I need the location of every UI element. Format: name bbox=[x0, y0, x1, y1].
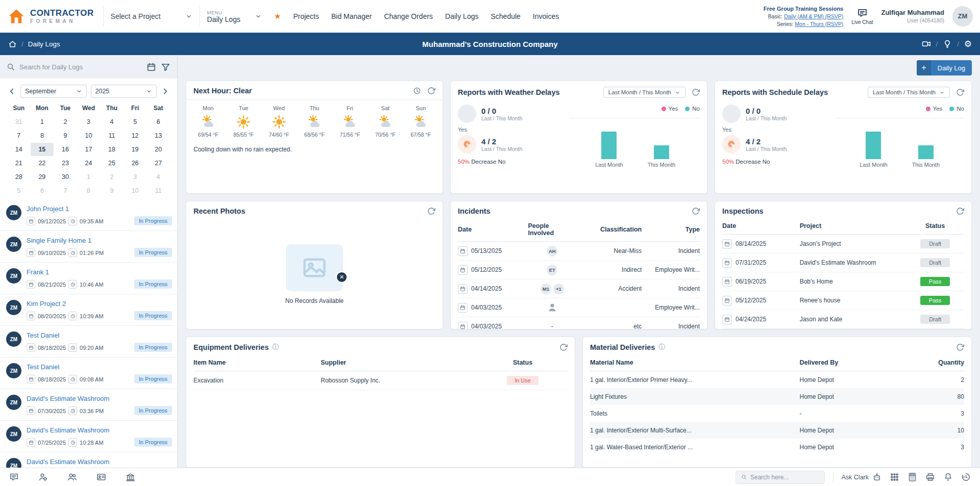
add-daily-log-button[interactable]: + Daily Log bbox=[917, 60, 972, 75]
log-project-link[interactable]: David's Estimate Washroom bbox=[27, 426, 109, 434]
calendar-prev-icon[interactable] bbox=[7, 87, 16, 96]
live-chat-button[interactable]: Live Chat bbox=[851, 8, 873, 25]
refresh-icon[interactable] bbox=[692, 88, 700, 96]
footer-search-input[interactable] bbox=[750, 474, 819, 481]
calculator-icon[interactable] bbox=[908, 472, 917, 482]
filter-icon[interactable] bbox=[161, 62, 170, 72]
calendar-day[interactable]: 6 bbox=[146, 115, 170, 129]
calendar-day[interactable]: 2 bbox=[100, 170, 124, 184]
inspection-row[interactable]: 07/31/2025 David's Estimate Washroom Dra… bbox=[722, 253, 964, 272]
incident-row[interactable]: 04/03/2025 Employee Writ... bbox=[458, 298, 700, 317]
calendar-day[interactable]: 8 bbox=[77, 184, 101, 197]
incident-row[interactable]: 05/13/2025 AH Near-Miss Incident bbox=[458, 242, 700, 261]
log-project-link[interactable]: David's Estimate Washroom bbox=[27, 458, 109, 466]
clock-icon[interactable] bbox=[413, 87, 421, 95]
incident-row[interactable]: 04/14/2025 M1+1 Accident Incident bbox=[458, 279, 700, 298]
info-icon[interactable]: ⓘ bbox=[272, 343, 279, 352]
inspection-row[interactable]: 08/14/2025 Jason's Project Draft bbox=[722, 235, 964, 253]
refresh-icon[interactable] bbox=[956, 88, 964, 96]
material-row[interactable]: Light Fixtures Home Depot 80 bbox=[590, 388, 964, 405]
calendar-day[interactable]: 27 bbox=[146, 157, 170, 170]
daily-log-search-input[interactable] bbox=[19, 63, 142, 71]
calendar-day[interactable]: 19 bbox=[124, 143, 147, 156]
log-project-link[interactable]: Frank 1 bbox=[27, 268, 104, 276]
calendar-day[interactable]: 8 bbox=[31, 129, 54, 142]
calendar-day-selected[interactable]: 15 bbox=[31, 143, 54, 156]
calendar-day[interactable]: 11 bbox=[146, 184, 170, 197]
calendar-day[interactable]: 7 bbox=[7, 129, 31, 142]
nav-item-daily-logs[interactable]: Daily Logs bbox=[445, 12, 478, 20]
calendar-day[interactable]: 2 bbox=[54, 115, 77, 129]
user-settings-icon[interactable] bbox=[38, 472, 48, 482]
calendar-day[interactable]: 6 bbox=[31, 184, 54, 197]
inspection-row[interactable]: 06/19/2025 Bob's Home Pass bbox=[722, 272, 964, 291]
calendar-day[interactable]: 3 bbox=[77, 115, 101, 129]
calendar-day[interactable]: 1 bbox=[77, 170, 101, 184]
nav-item-schedule[interactable]: Schedule bbox=[491, 12, 520, 20]
refresh-icon[interactable] bbox=[956, 207, 964, 215]
calendar-next-icon[interactable] bbox=[161, 87, 170, 96]
home-icon[interactable] bbox=[8, 40, 17, 48]
messages-icon[interactable] bbox=[9, 472, 19, 482]
info-icon[interactable]: ⓘ bbox=[658, 343, 665, 352]
calendar-day[interactable]: 23 bbox=[54, 157, 77, 170]
inspection-row[interactable]: 04/24/2025 Jason and Kate Draft bbox=[722, 310, 964, 329]
menu-selector[interactable]: MENU Daily Logs bbox=[207, 10, 262, 23]
star-icon[interactable]: ★ bbox=[274, 12, 281, 21]
training-rsvp-link-daily[interactable]: Daily (AM & PM) (RSVP) bbox=[784, 13, 843, 19]
daily-log-item[interactable]: ZM David's Estimate Washroom bbox=[0, 452, 177, 468]
calendar-day[interactable]: 26 bbox=[124, 157, 147, 170]
calendar-day[interactable]: 3 bbox=[124, 170, 147, 184]
period-filter[interactable]: Last Month / This Month bbox=[868, 87, 950, 98]
log-project-link[interactable]: Test Daniel bbox=[27, 331, 104, 339]
calendar-day[interactable]: 5 bbox=[7, 184, 31, 197]
ask-clark-button[interactable]: Ask Clark bbox=[842, 473, 881, 482]
nav-item-bid-manager[interactable]: Bid Manager bbox=[331, 12, 372, 20]
daily-log-item[interactable]: ZM Test Daniel 08/18/2025 09:08 AM In Pr… bbox=[0, 357, 177, 389]
month-select[interactable]: September bbox=[20, 85, 87, 98]
calendar-day[interactable]: 16 bbox=[54, 143, 77, 156]
daily-log-item[interactable]: ZM David's Estimate Washroom 07/30/2025 … bbox=[0, 389, 177, 421]
calendar-view-icon[interactable] bbox=[146, 62, 156, 72]
material-row[interactable]: Toilets - 3 bbox=[590, 405, 964, 422]
calendar-day[interactable]: 7 bbox=[54, 184, 77, 197]
refresh-icon[interactable] bbox=[559, 343, 568, 351]
log-project-link[interactable]: Single Family Home 1 bbox=[27, 237, 104, 244]
gear-icon[interactable]: ⚙ bbox=[964, 40, 972, 48]
refresh-icon[interactable] bbox=[692, 207, 700, 215]
material-row[interactable]: 1 gal. Interior/Exterior Primer Heavy...… bbox=[590, 371, 964, 388]
calendar-day[interactable]: 21 bbox=[7, 157, 31, 170]
material-row[interactable]: 1 gal. Interior/Exterior Multi-Surface..… bbox=[590, 422, 964, 439]
refresh-icon[interactable] bbox=[956, 343, 964, 351]
video-icon[interactable] bbox=[922, 39, 931, 48]
nav-item-invoices[interactable]: Invoices bbox=[533, 12, 559, 20]
incident-row[interactable]: 04/03/2025 - etc Incident bbox=[458, 317, 700, 329]
calendar-day[interactable]: 5 bbox=[124, 115, 147, 129]
calendar-day[interactable]: 28 bbox=[7, 170, 31, 184]
log-project-link[interactable]: Kim Project 2 bbox=[27, 300, 104, 308]
refresh-icon[interactable] bbox=[427, 87, 435, 95]
breadcrumb-current[interactable]: Daily Logs bbox=[28, 40, 60, 48]
calendar-day[interactable]: 11 bbox=[100, 129, 124, 142]
project-selector[interactable]: Select a Project bbox=[111, 12, 192, 20]
notifications-bell-icon[interactable] bbox=[943, 472, 953, 482]
calendar-day[interactable]: 9 bbox=[100, 184, 124, 197]
refresh-icon[interactable] bbox=[427, 207, 435, 215]
nav-item-projects[interactable]: Projects bbox=[293, 12, 319, 20]
period-filter[interactable]: Last Month / This Month bbox=[603, 87, 685, 98]
daily-log-item[interactable]: ZM John Project 1 09/12/2025 09:35 AM In… bbox=[0, 199, 177, 231]
financials-icon[interactable] bbox=[126, 472, 135, 482]
calendar-day[interactable]: 17 bbox=[77, 143, 101, 156]
calendar-day[interactable]: 14 bbox=[7, 143, 31, 156]
crew-icon[interactable] bbox=[67, 472, 77, 482]
calendar-day[interactable]: 18 bbox=[100, 143, 124, 156]
calendar-day[interactable]: 31 bbox=[7, 115, 31, 129]
calendar-day[interactable]: 22 bbox=[31, 157, 54, 170]
calendar-day[interactable]: 24 bbox=[77, 157, 101, 170]
incident-row[interactable]: 05/12/2025 ET Indirect Employee Writ... bbox=[458, 261, 700, 279]
calendar-day[interactable]: 25 bbox=[100, 157, 124, 170]
calendar-day[interactable]: 20 bbox=[146, 143, 170, 156]
log-project-link[interactable]: Test Daniel bbox=[27, 363, 104, 371]
log-project-link[interactable]: David's Estimate Washroom bbox=[27, 395, 109, 402]
calendar-day[interactable]: 9 bbox=[54, 129, 77, 142]
